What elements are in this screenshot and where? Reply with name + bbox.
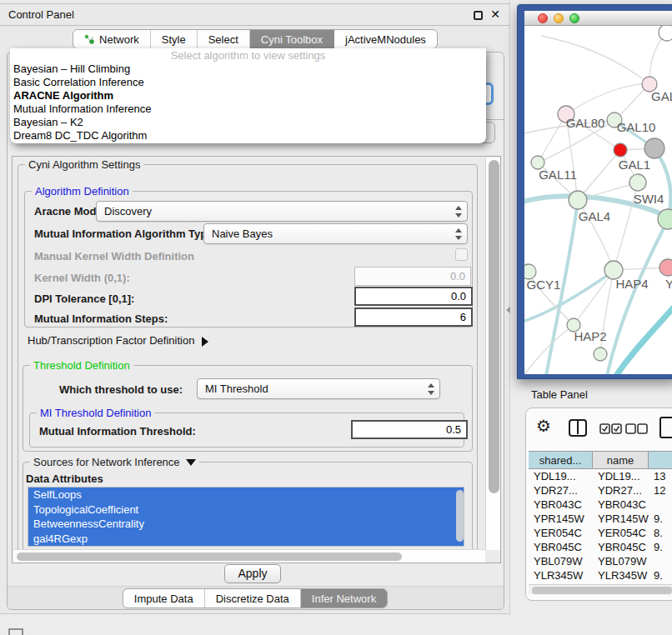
network-node[interactable] bbox=[594, 348, 607, 361]
mi-threshold-field[interactable] bbox=[351, 420, 468, 439]
close-traffic-light-icon[interactable] bbox=[538, 13, 548, 23]
mi-steps-field[interactable] bbox=[354, 308, 473, 327]
table-cell[interactable]: 9. bbox=[649, 512, 672, 526]
table-cell[interactable]: YBR043C bbox=[529, 498, 593, 512]
table-row[interactable]: YPR145WYPR145W9. bbox=[529, 512, 672, 526]
network-canvas[interactable]: GALGAL80GAL10GAL1GAL11SWI4GAL4GCY1HAP4YH… bbox=[524, 26, 672, 374]
table-horizontal-scrollbar[interactable] bbox=[529, 584, 672, 595]
tab-impute-data[interactable]: Impute Data bbox=[123, 589, 205, 608]
algorithm-option[interactable]: Mutual Information Inference bbox=[10, 102, 486, 116]
table-horizontal-scrollbar-thumb[interactable] bbox=[532, 587, 672, 594]
table-row[interactable]: YBR045CYBR045C9. bbox=[529, 540, 672, 554]
table-cell[interactable]: YBR043C bbox=[593, 498, 649, 512]
algorithm-option[interactable]: Dream8 DC_TDC Algorithm bbox=[10, 129, 486, 142]
mi-algorithm-type-select[interactable]: Naive Bayes bbox=[203, 223, 468, 244]
network-node[interactable] bbox=[644, 138, 664, 158]
table-cell[interactable]: YDL19... bbox=[529, 469, 593, 483]
data-attribute-item[interactable]: SelfLoops bbox=[28, 488, 464, 502]
table-cell[interactable] bbox=[649, 498, 672, 512]
minimize-traffic-light-icon[interactable] bbox=[554, 13, 564, 23]
table-cell[interactable]: YDR27... bbox=[593, 483, 649, 498]
settings-vertical-scrollbar-thumb[interactable] bbox=[489, 160, 499, 493]
column-header-shared-name[interactable]: shared... bbox=[529, 452, 593, 468]
kernel-width-field[interactable] bbox=[354, 267, 471, 286]
aracne-mode-select[interactable]: Discovery bbox=[96, 201, 468, 222]
table-cell[interactable]: YER054C bbox=[529, 526, 593, 540]
column-header-extra[interactable] bbox=[649, 452, 672, 468]
network-window-titlebar[interactable] bbox=[524, 11, 672, 26]
network-node[interactable] bbox=[629, 174, 646, 191]
settings-horizontal-scrollbar[interactable] bbox=[13, 549, 485, 562]
table-cell[interactable]: YPR145W bbox=[593, 512, 649, 526]
panel-splitter-grip[interactable] bbox=[506, 307, 510, 313]
select-all-checkboxes-icon[interactable] bbox=[599, 423, 622, 434]
dpi-tolerance-field[interactable] bbox=[354, 287, 473, 306]
close-icon[interactable]: ✕ bbox=[490, 8, 500, 21]
table-row[interactable]: YER054CYER054C8. bbox=[529, 526, 672, 540]
network-node[interactable] bbox=[569, 191, 587, 209]
network-edge[interactable] bbox=[578, 150, 620, 200]
tab-discretize-data[interactable]: Discretize Data bbox=[205, 589, 301, 608]
network-edge[interactable] bbox=[566, 84, 649, 114]
network-node[interactable] bbox=[614, 143, 627, 157]
table-cell[interactable]: YBL079W bbox=[529, 554, 593, 568]
table-cell[interactable]: YPR145W bbox=[529, 512, 593, 526]
table-cell[interactable]: YBR045C bbox=[529, 540, 593, 554]
network-node[interactable] bbox=[659, 26, 672, 41]
algorithm-option[interactable]: Bayesian – Hill Climbing bbox=[10, 62, 486, 76]
column-layout-icon[interactable] bbox=[569, 419, 587, 437]
zoom-traffic-light-icon[interactable] bbox=[569, 13, 579, 23]
data-attribute-item[interactable]: gal4RGexp bbox=[28, 532, 464, 547]
data-attribute-item[interactable]: BetweennessCentrality bbox=[28, 517, 464, 532]
network-node[interactable] bbox=[658, 209, 672, 229]
table-cell[interactable] bbox=[649, 554, 672, 568]
tab-style[interactable]: Style bbox=[151, 30, 198, 48]
table-cell[interactable]: 12 bbox=[649, 483, 672, 498]
table-cell[interactable]: YDR27... bbox=[529, 483, 593, 498]
network-edge[interactable] bbox=[541, 36, 649, 84]
tab-select[interactable]: Select bbox=[198, 30, 250, 48]
settings-gear-icon[interactable]: ⚙ bbox=[536, 416, 551, 436]
table-cell[interactable]: YDL19... bbox=[593, 469, 649, 483]
network-view-window[interactable]: GALGAL80GAL10GAL1GAL11SWI4GAL4GCY1HAP4YH… bbox=[517, 4, 672, 379]
table-cell[interactable]: 8. bbox=[649, 526, 672, 540]
deselect-all-checkboxes-icon[interactable] bbox=[625, 423, 648, 434]
table-cell[interactable]: YBL079W bbox=[593, 554, 649, 568]
column-header-name[interactable]: name bbox=[593, 452, 649, 468]
algorithm-option[interactable]: Basic Correlation Inference bbox=[10, 76, 486, 89]
table-row[interactable]: YDR27...YDR27...12 bbox=[529, 483, 672, 498]
hub-definition-toggle[interactable]: Hub/Transcription Factor Definition bbox=[28, 334, 208, 347]
algorithm-option[interactable]: Bayesian – K2 bbox=[10, 116, 486, 129]
tab-network[interactable]: Network bbox=[73, 30, 151, 48]
table-row[interactable]: YDL19...YDL19...13 bbox=[529, 469, 672, 483]
algorithm-definition-title: Algorithm Definition bbox=[32, 185, 133, 198]
attributes-scrollbar-thumb[interactable] bbox=[456, 490, 464, 542]
table-cell[interactable]: 13 bbox=[649, 469, 672, 483]
table-cell[interactable]: YLR345W bbox=[593, 568, 649, 582]
table-row[interactable]: YBR043CYBR043C bbox=[529, 498, 672, 512]
minimized-panel-icon[interactable] bbox=[8, 628, 23, 635]
table-cell[interactable]: YLR345W bbox=[529, 568, 593, 582]
table-cell[interactable]: YER054C bbox=[593, 526, 649, 540]
apply-button[interactable]: Apply bbox=[224, 564, 281, 583]
table-cell[interactable]: YBR045C bbox=[593, 540, 649, 554]
export-table-icon[interactable] bbox=[659, 417, 672, 438]
algorithm-option[interactable]: ARACNE Algorithm bbox=[10, 89, 486, 102]
network-node-label: GAL11 bbox=[539, 168, 577, 182]
data-attribute-item[interactable]: TopologicalCoefficient bbox=[28, 502, 464, 518]
table-row[interactable]: YBL079WYBL079W bbox=[529, 554, 672, 568]
float-window-icon[interactable] bbox=[474, 11, 483, 20]
manual-kernel-width-checkbox[interactable] bbox=[455, 248, 468, 261]
table-row[interactable]: YLR345WYLR345W9. bbox=[529, 568, 672, 582]
tab-cyni-toolbox[interactable]: Cyni Toolbox bbox=[250, 30, 334, 48]
tab-jactivemnodules[interactable]: jActiveMNodules bbox=[334, 30, 437, 48]
table-cell[interactable]: 9. bbox=[649, 540, 672, 554]
tab-infer-network[interactable]: Infer Network bbox=[301, 589, 387, 608]
network-edge[interactable] bbox=[574, 270, 614, 325]
network-node[interactable] bbox=[659, 259, 672, 276]
settings-vertical-scrollbar[interactable] bbox=[485, 158, 501, 550]
table-cell[interactable]: 9. bbox=[649, 568, 672, 582]
which-threshold-select[interactable]: MI Threshold bbox=[197, 378, 440, 399]
settings-horizontal-scrollbar-thumb[interactable] bbox=[17, 552, 402, 561]
table-panel: ⚙ shared... name YDL19...YDL19...13YDR27… bbox=[525, 408, 672, 601]
